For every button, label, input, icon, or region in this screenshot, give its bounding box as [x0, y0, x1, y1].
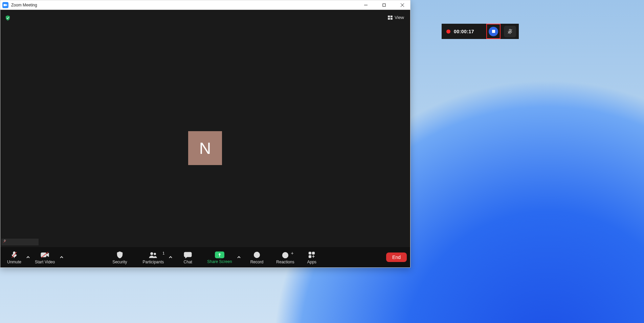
security-button[interactable]: Security [109, 250, 130, 265]
reactions-button[interactable]: + Reactions [273, 250, 297, 265]
mic-muted-icon [10, 251, 19, 259]
svg-rect-17 [41, 253, 46, 257]
stop-icon [492, 30, 495, 33]
recorder-mic-toggle[interactable] [504, 26, 516, 37]
participants-options-caret[interactable] [167, 250, 174, 264]
svg-rect-27 [312, 252, 314, 254]
apps-button[interactable]: Apps [304, 250, 320, 265]
chevron-up-icon [60, 256, 63, 259]
apps-icon [307, 251, 316, 259]
self-view-tile[interactable] [1, 239, 39, 245]
window-close-button[interactable] [395, 0, 410, 10]
share-screen-button[interactable]: Share Screen [204, 250, 235, 265]
view-button[interactable]: View [386, 14, 406, 21]
chevron-up-icon [237, 256, 241, 259]
encryption-shield-icon[interactable] [4, 15, 11, 21]
svg-point-23 [283, 252, 288, 258]
zoom-logo-icon [2, 2, 8, 8]
self-mic-muted-icon [3, 239, 7, 245]
svg-rect-10 [388, 18, 390, 19]
zoom-window: Zoom Meeting View N [0, 0, 410, 268]
unmute-button[interactable]: Unmute [4, 250, 25, 265]
window-titlebar[interactable]: Zoom Meeting [0, 0, 410, 10]
svg-line-13 [3, 240, 6, 243]
svg-point-19 [151, 252, 153, 255]
view-label: View [395, 15, 404, 20]
participant-avatar: N [188, 131, 222, 165]
chat-button[interactable]: Chat [180, 250, 196, 265]
recording-elapsed-time: 00:00:17 [454, 29, 483, 34]
mic-muted-icon [507, 28, 513, 35]
participants-count: 1 [162, 251, 164, 255]
stop-recording-button[interactable] [489, 27, 498, 36]
screen-recorder-widget: 00:00:17 [442, 24, 519, 39]
svg-rect-11 [391, 18, 393, 19]
window-minimize-button[interactable] [358, 0, 374, 10]
video-options-caret[interactable] [58, 250, 65, 264]
start-video-button[interactable]: Start Video [31, 250, 58, 265]
end-meeting-button[interactable]: End [386, 253, 407, 262]
window-title: Zoom Meeting [11, 3, 37, 7]
svg-point-22 [256, 254, 258, 256]
participants-icon [149, 251, 158, 259]
svg-point-24 [284, 254, 285, 255]
plus-icon: + [291, 250, 294, 256]
svg-rect-28 [309, 255, 311, 257]
chevron-up-icon [26, 256, 30, 259]
meeting-video-area: View N Unmute [0, 10, 410, 267]
avatar-initial: N [199, 139, 211, 158]
svg-rect-9 [391, 16, 393, 17]
svg-rect-3 [4, 4, 6, 6]
camera-off-icon [41, 251, 49, 259]
share-screen-icon [215, 251, 224, 258]
stop-recording-highlight [486, 24, 501, 39]
svg-point-25 [286, 254, 287, 255]
svg-rect-26 [309, 252, 311, 254]
shield-icon [115, 251, 124, 259]
record-button[interactable]: Record [247, 250, 267, 265]
svg-rect-8 [388, 16, 390, 17]
recording-indicator-icon [446, 29, 450, 34]
share-options-caret[interactable] [236, 250, 242, 264]
chevron-up-icon [169, 256, 172, 259]
audio-options-caret[interactable] [25, 250, 31, 264]
meeting-toolbar: Unmute Start Video S [0, 247, 410, 267]
chat-icon [183, 251, 192, 259]
svg-rect-5 [383, 4, 385, 6]
window-maximize-button[interactable] [376, 0, 392, 10]
svg-point-20 [154, 253, 156, 255]
reactions-icon [281, 251, 290, 259]
view-grid-icon [388, 16, 393, 20]
participants-button[interactable]: 1 Participants [139, 250, 168, 265]
record-icon [252, 251, 261, 259]
